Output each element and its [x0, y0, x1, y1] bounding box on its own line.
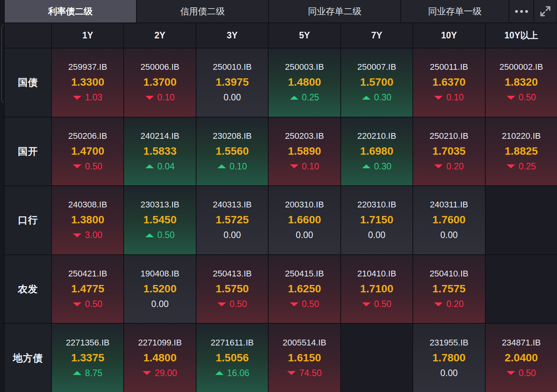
- bond-cell[interactable]: 240311.IB1.76000.00: [413, 186, 485, 254]
- change-value: 16.06: [227, 368, 250, 378]
- bond-change: 0.10: [145, 92, 175, 103]
- bond-cell[interactable]: 190408.IB1.52000.00: [124, 255, 195, 323]
- change-value: 1.03: [85, 92, 102, 103]
- bond-change: 8.75: [73, 368, 102, 378]
- bond-cell[interactable]: 250203.IB1.58900.10: [269, 117, 340, 186]
- bond-code: 250010.IB: [213, 62, 252, 72]
- bond-change: 1.03: [73, 92, 102, 103]
- bond-cell[interactable]: 2271356.IB1.33758.75: [52, 324, 123, 392]
- bond-cell[interactable]: 250206.IB1.47000.50: [52, 117, 123, 186]
- bond-change: 0.10: [217, 161, 247, 172]
- bond-cell[interactable]: 2500002.IB1.83200.50: [486, 48, 557, 117]
- column-header-7: 10Y以上: [486, 23, 557, 48]
- down-arrow-icon: [73, 233, 81, 237]
- bond-yield: 2.0400: [505, 352, 538, 364]
- bond-cell[interactable]: 250007.IB1.57000.30: [341, 48, 412, 117]
- bond-cell[interactable]: 220310.IB1.71500.00: [341, 186, 412, 254]
- column-header-3: 3Y: [197, 23, 268, 48]
- change-value: 0.50: [519, 368, 536, 378]
- bond-code: 220210.IB: [357, 131, 396, 141]
- expand-button[interactable]: [534, 0, 557, 22]
- tab-1[interactable]: 利率债二级: [5, 0, 136, 22]
- tab-3[interactable]: 同业存单二级: [269, 0, 400, 22]
- row-label-2: 国开: [5, 117, 51, 186]
- bond-code: 190408.IB: [140, 269, 179, 279]
- more-tabs-button[interactable]: [509, 0, 533, 22]
- row-label-1: 国债: [5, 48, 51, 117]
- bond-yield: 1.3375: [71, 352, 104, 364]
- bond-yield: 1.6980: [360, 145, 393, 157]
- bond-cell[interactable]: 250413.IB1.57500.50: [197, 255, 268, 323]
- up-arrow-icon: [217, 164, 226, 168]
- bond-cell[interactable]: 220210.IB1.69800.30: [341, 117, 412, 186]
- bond-yield: 1.7800: [433, 352, 466, 364]
- bond-code: 2500002.IB: [500, 62, 543, 72]
- bond-cell[interactable]: 2005514.IB1.615074.50: [269, 324, 340, 392]
- change-value: 0.50: [229, 299, 247, 309]
- bond-cell[interactable]: 230313.IB1.54500.50: [124, 186, 195, 254]
- bond-yield: 1.5890: [288, 145, 321, 157]
- bond-code: 240313.IB: [213, 200, 252, 210]
- bond-cell[interactable]: 2271099.IB1.480029.00: [124, 324, 195, 392]
- bond-cell[interactable]: 259937.IB1.33001.03: [52, 48, 123, 117]
- bond-change: 0.20: [434, 299, 464, 309]
- bond-change: 0.10: [290, 161, 319, 172]
- bond-code: 250011.IB: [430, 62, 468, 72]
- bond-cell[interactable]: 210220.IB1.88250.25: [486, 117, 557, 186]
- bond-cell[interactable]: 250421.IB1.47750.50: [52, 255, 123, 323]
- bond-cell[interactable]: 234871.IB2.04000.50: [486, 324, 557, 392]
- bond-yield: 1.5200: [143, 283, 177, 295]
- change-value: 0.50: [302, 299, 319, 309]
- change-value: 3.00: [85, 230, 102, 240]
- down-arrow-icon: [434, 302, 443, 306]
- down-arrow-icon: [73, 96, 81, 100]
- bond-cell: [486, 186, 557, 254]
- bond-code: 250006.IB: [140, 62, 179, 72]
- bond-code: 230313.IB: [140, 200, 179, 210]
- tab-4[interactable]: 同业存单一级: [401, 0, 509, 22]
- bond-yield: 1.8825: [505, 145, 538, 157]
- bond-cell[interactable]: 210410.IB1.71000.50: [341, 255, 412, 323]
- up-arrow-icon: [73, 371, 81, 375]
- bond-yield: 1.4775: [71, 283, 104, 295]
- bond-change: 0.20: [434, 161, 464, 172]
- change-value: 0.10: [229, 161, 247, 172]
- bond-cell[interactable]: 240313.IB1.57250.00: [197, 186, 268, 254]
- bond-cell[interactable]: 231955.IB1.78000.00: [413, 324, 485, 392]
- bond-cell[interactable]: 250210.IB1.70350.20: [413, 117, 485, 186]
- bond-change: 0.00: [440, 368, 458, 378]
- bond-cell[interactable]: 250410.IB1.75750.20: [413, 255, 485, 323]
- down-arrow-icon: [362, 302, 371, 306]
- bond-cell[interactable]: 250011.IB1.63700.10: [413, 48, 485, 117]
- bond-change: 0.50: [73, 299, 102, 309]
- bond-change: 0.30: [362, 92, 391, 103]
- bond-cell[interactable]: 2271611.IB1.505616.06: [197, 324, 268, 392]
- bond-change: 0.50: [73, 161, 102, 172]
- bond-cell[interactable]: 230208.IB1.55600.10: [197, 117, 268, 186]
- bond-cell[interactable]: 200310.IB1.66000.00: [269, 186, 340, 254]
- bond-change: 0.00: [368, 230, 386, 240]
- bond-cell[interactable]: 240308.IB1.38003.00: [52, 186, 123, 254]
- bond-cell: [486, 255, 557, 323]
- bond-cell[interactable]: 250006.IB1.37000.10: [124, 48, 195, 117]
- up-arrow-icon: [362, 96, 371, 100]
- bond-change: 0.25: [290, 92, 319, 103]
- bond-code: 259937.IB: [68, 62, 107, 72]
- bond-change: 0.00: [224, 92, 241, 103]
- bond-cell[interactable]: 240214.IB1.58330.04: [124, 117, 195, 186]
- bond-code: 2271611.IB: [211, 338, 254, 348]
- bond-yield: 1.3800: [71, 214, 104, 226]
- bond-cell[interactable]: 250003.IB1.48000.25: [269, 48, 340, 117]
- bond-code: 240308.IB: [68, 200, 107, 210]
- change-value: 0.50: [85, 161, 102, 172]
- bond-yield: 1.5450: [143, 214, 177, 226]
- bond-yield: 1.5560: [216, 145, 249, 157]
- tab-2[interactable]: 信用债二级: [137, 0, 268, 22]
- bond-cell[interactable]: 250010.IB1.39750.00: [197, 48, 268, 117]
- bond-code: 240214.IB: [140, 131, 179, 141]
- change-value: 0.25: [302, 92, 319, 103]
- bond-change: 0.50: [290, 299, 319, 309]
- main-area: 利率债二级信用债二级同业存单二级同业存单一级 1Y2Y3Y5Y7Y10Y10Y以…: [5, 0, 557, 392]
- more-icon: [515, 10, 528, 13]
- bond-cell[interactable]: 250415.IB1.62500.50: [269, 255, 340, 323]
